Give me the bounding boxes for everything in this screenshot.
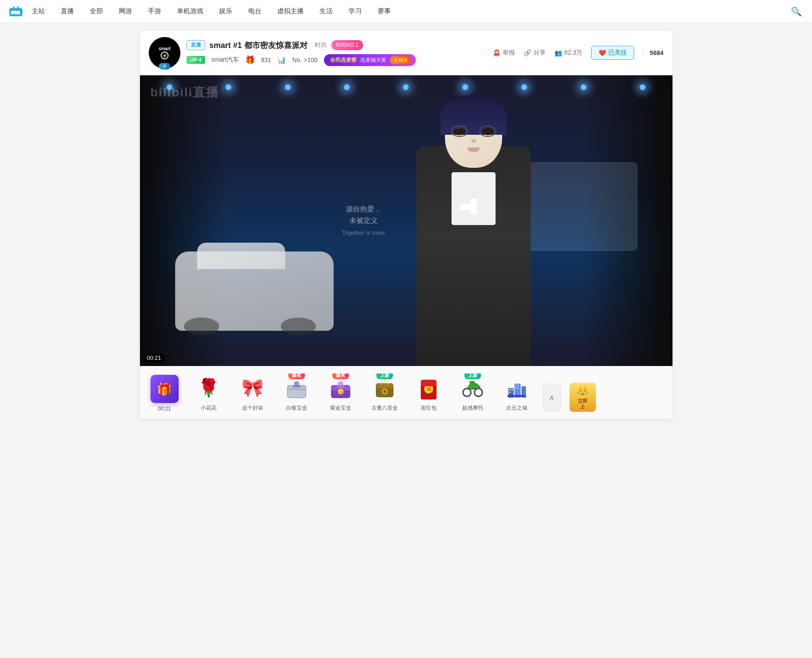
stage-light-5 (403, 84, 409, 90)
share-label: 分享 (533, 49, 546, 57)
svg-rect-39 (507, 395, 526, 397)
gift-item-city[interactable]: 次元之城 (499, 373, 534, 412)
channel-title-row: 直播 smart #1 都市密友惊喜派对 时尚 时尚NO.1 (187, 40, 487, 51)
ribbon-icon: 🎀 (239, 373, 267, 402)
silver-box-badge: 爆奖 (288, 373, 305, 379)
car-wheel-left (184, 318, 219, 335)
fans-count: 👥 82.3万 (555, 49, 582, 57)
nav-item-study[interactable]: 学习 (349, 6, 362, 16)
car-roof (197, 243, 285, 269)
nav-item-esports[interactable]: 赛事 (378, 6, 391, 16)
video-stream: bilibili直播 (140, 75, 672, 366)
follow-button[interactable]: ❤️ 已关注 (591, 46, 634, 60)
nav-item-mobile-games[interactable]: 手游 (148, 6, 161, 16)
stage-light-4 (344, 84, 350, 90)
fashion-tag: 时尚 (315, 41, 327, 49)
gift-item-silver-box[interactable]: 爆奖 白银宝盒 (279, 373, 314, 412)
mystery-box-icon: 🎁 (151, 375, 179, 403)
music-box-badge: 上新 (376, 373, 393, 379)
char-mouth (467, 148, 480, 152)
flower-icon: 🌹 (195, 373, 223, 402)
nav-item-pc-games[interactable]: 网游 (119, 6, 132, 16)
gift-item-music-box[interactable]: 上新 古董八音盒 (367, 373, 402, 412)
main-content: smart ⚡ ⚡ 直播 smart #1 都市密友惊喜派对 时尚 时尚NO.1… (140, 31, 672, 419)
rank-text: No. >100 (292, 56, 317, 63)
svg-rect-4 (11, 7, 21, 7)
stage-light-2 (225, 84, 231, 90)
gift-item-flower[interactable]: 🌹 小花花 (191, 373, 226, 412)
nav-item-main[interactable]: 主站 (32, 6, 45, 16)
search-button[interactable]: 🔍 (789, 4, 803, 18)
nav-item-all[interactable]: 全部 (90, 6, 103, 16)
svg-text:smart: smart (158, 46, 171, 51)
svg-rect-40 (509, 389, 511, 390)
flower-name: 小花花 (201, 404, 217, 412)
svg-rect-34 (470, 381, 475, 384)
live-badge: 直播 (187, 40, 205, 50)
rank-icon: 📊 (277, 56, 286, 64)
standup-text2: 上 (580, 404, 585, 409)
svg-rect-18 (337, 385, 345, 388)
fans-icon: 👥 (555, 49, 562, 56)
nav-item-single-games[interactable]: 单机游戏 (177, 6, 203, 16)
car-wheel-right (281, 318, 316, 335)
mystery-gift-item[interactable]: 🎁 00:21 (147, 375, 182, 412)
gift-icon: 🎁 (245, 55, 255, 65)
svg-rect-31 (421, 380, 436, 386)
standup-button[interactable]: 👑 立即 上 (570, 383, 596, 412)
nav-items: 主站 直播 全部 网游 手游 单机游戏 娱乐 电台 虚拟主播 生活 学习 赛事 (32, 6, 789, 16)
redpacket-icon: 福 (415, 373, 443, 402)
nav-item-radio[interactable]: 电台 (248, 6, 261, 16)
svg-rect-41 (511, 389, 513, 390)
nav-item-live[interactable]: 直播 (61, 6, 74, 16)
char-cross-h (459, 204, 475, 210)
share-icon: 🔗 (524, 49, 531, 56)
event-connect-label: 连麦抽大奖 (360, 56, 386, 64)
stage-light-7 (521, 84, 527, 90)
svg-rect-44 (518, 384, 519, 386)
follower-count: 5684 (643, 49, 663, 56)
channel-title: smart #1 都市密友惊喜派对 (209, 40, 308, 51)
report-button[interactable]: 🚨 举报 (493, 49, 515, 57)
ribbon-name: 这个好诶 (242, 404, 263, 412)
stream-timer: 00:21 (143, 353, 165, 362)
svg-text:★: ★ (339, 390, 342, 394)
char-body (416, 146, 531, 366)
stage-light-8 (581, 84, 587, 90)
gift-item-ribbon[interactable]: 🎀 这个好诶 (235, 373, 270, 412)
event-draw-button[interactable]: 去抽奖 (390, 56, 412, 64)
moto-badge: 上新 (464, 373, 481, 379)
bilibili-watermark: bilibili直播 (151, 84, 220, 101)
avatar-level-badge: ⚡ (159, 63, 170, 70)
video-text-overlay: 源自热爱， 未被定义 Together is more (342, 203, 385, 238)
redpacket-name: 发红包 (421, 404, 437, 412)
site-logo[interactable]: bili (9, 6, 23, 17)
event-banner[interactable]: 全民连麦赛 连麦抽大奖 去抽奖 (324, 54, 416, 66)
channel-actions: 🚨 举报 🔗 分享 👥 82.3万 ❤️ 已关注 5684 (493, 46, 663, 60)
gift-bar: 🎁 00:21 🌹 小花花 🎀 这个好诶 爆奖 (140, 366, 672, 419)
report-label: 举报 (503, 49, 515, 57)
svg-point-33 (474, 388, 482, 396)
crown-icon: 👑 (576, 385, 589, 398)
stage-light-3 (285, 84, 291, 90)
gift-scroll-arrow[interactable]: ∧ (543, 384, 561, 412)
svg-rect-43 (515, 384, 517, 386)
svg-rect-46 (518, 387, 519, 388)
video-area[interactable]: bilibili直播 (140, 75, 672, 366)
fans-number: 82.3万 (564, 49, 582, 57)
gift-item-redpacket[interactable]: 福 发红包 (411, 373, 446, 412)
char-glasses-right (479, 126, 496, 137)
nav-item-vtuber[interactable]: 虚拟主播 (277, 6, 304, 16)
channel-avatar[interactable]: smart ⚡ ⚡ (149, 37, 180, 69)
report-icon: 🚨 (493, 49, 500, 56)
char-head (445, 102, 502, 168)
avatar-inner: smart ⚡ (151, 40, 178, 66)
nav-item-entertainment[interactable]: 娱乐 (219, 6, 232, 16)
nav-item-life[interactable]: 生活 (320, 6, 333, 16)
moto-name: 超感摩托 (462, 404, 483, 412)
stage-light-9 (639, 84, 646, 90)
gift-item-gold-box[interactable]: 爆奖 ★ 紫金宝盒 (323, 373, 358, 412)
share-button[interactable]: 🔗 分享 (524, 49, 546, 57)
gift-item-moto[interactable]: 上新 超感摩托 (455, 373, 490, 412)
channel-header: smart ⚡ ⚡ 直播 smart #1 都市密友惊喜派对 时尚 时尚NO.1… (140, 31, 672, 75)
